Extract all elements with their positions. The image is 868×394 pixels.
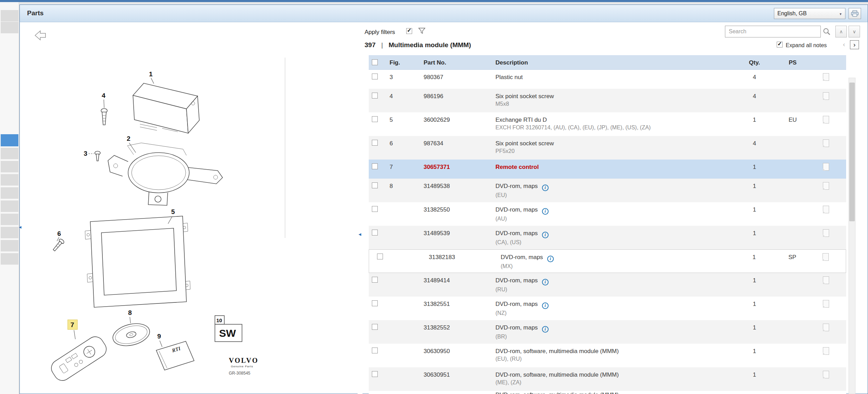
info-icon[interactable]: i [547, 256, 554, 262]
ps-cell [768, 202, 817, 226]
panel-splitter[interactable] [358, 22, 362, 394]
ps-cell [768, 344, 817, 367]
info-icon[interactable]: i [542, 302, 549, 309]
next-group-button[interactable]: › [850, 40, 859, 49]
info-icon[interactable]: i [542, 185, 549, 191]
rail-item[interactable] [1, 253, 18, 265]
rail-item[interactable] [1, 148, 18, 159]
rail-item[interactable] [1, 10, 18, 22]
apply-filters-checkbox[interactable]: ✓ [406, 28, 412, 34]
row-checkbox[interactable] [372, 116, 378, 122]
window-edge-collapse-icon[interactable]: ◄ [18, 225, 23, 230]
part-number: 30630950 [419, 344, 491, 367]
volvo-logo: VOLVO Genuine Parts GR-308545 [229, 357, 259, 376]
row-checkbox[interactable] [372, 348, 378, 353]
fig-cell [390, 250, 425, 273]
table-row: 536002629Exchange RTI du DEXCH FOR 31260… [369, 112, 846, 136]
note-icon[interactable] [823, 116, 829, 123]
description-qualifier: (RU) [495, 286, 737, 293]
description: DVD-rom, mapsi [495, 183, 737, 191]
description-qualifier: EXCH FOR 31260714, (AU), (CA), (EU), (JP… [495, 125, 737, 131]
part-number: 31489539 [419, 226, 491, 249]
chevron-down-icon: ▾ [837, 8, 844, 19]
search-next-match-button[interactable]: ∨ [849, 26, 860, 37]
ps-cell [768, 297, 817, 320]
search-icon[interactable] [823, 27, 832, 36]
callout-10: 10 [216, 317, 222, 323]
description-qualifier: (EU), (RU) [495, 356, 737, 362]
rail-item[interactable] [1, 22, 18, 33]
row-checkbox[interactable] [372, 93, 378, 98]
row-checkbox[interactable] [372, 324, 378, 330]
note-icon[interactable] [823, 163, 829, 171]
search-input[interactable] [725, 26, 821, 37]
row-checkbox[interactable] [372, 300, 378, 306]
filter-icon[interactable] [418, 28, 425, 36]
table-row: 30630950DVD-rom, software, multimedia mo… [369, 344, 846, 367]
row-checkbox[interactable] [372, 230, 378, 235]
fig-cell: 4 [385, 89, 419, 112]
description: DVD-rom, mapsi [495, 206, 737, 215]
back-icon[interactable] [35, 31, 45, 40]
note-icon[interactable] [823, 139, 829, 147]
language-value: English, GB [777, 10, 807, 17]
rail-item[interactable] [1, 200, 18, 212]
info-icon[interactable]: i [542, 326, 549, 333]
callout-4: 4 [102, 92, 106, 99]
note-icon[interactable] [823, 182, 829, 190]
description: DVD-rom, mapsi [501, 254, 737, 262]
note-icon[interactable] [823, 73, 829, 81]
splitter-collapse-icon[interactable]: ◄ [357, 232, 362, 237]
part-2-bracket [108, 143, 223, 205]
row-checkbox[interactable] [377, 254, 383, 259]
fig-cell: 6 [385, 136, 419, 160]
note-icon[interactable] [823, 300, 829, 308]
scrollbar-thumb[interactable] [849, 83, 855, 221]
row-checkbox[interactable] [372, 74, 378, 79]
note-icon[interactable] [823, 371, 829, 378]
part-number: 986196 [419, 89, 491, 112]
note-icon[interactable] [823, 324, 829, 331]
callout-3: 3 [84, 150, 87, 157]
expand-all-notes-checkbox[interactable]: ✓ [777, 42, 783, 48]
header-desc: Description [491, 55, 741, 69]
ps-cell [768, 70, 817, 89]
note-icon[interactable] [823, 229, 829, 237]
row-checkbox[interactable] [372, 206, 378, 212]
note-icon[interactable] [823, 253, 829, 261]
page-title: Parts [27, 9, 44, 17]
header-part: Part No. [419, 55, 491, 69]
rail-item[interactable] [1, 161, 18, 172]
description: DVD-rom, software, multimedia module (MM… [495, 348, 737, 355]
rail-item[interactable] [1, 227, 18, 238]
note-icon[interactable] [823, 276, 829, 284]
previous-group-button[interactable]: ‹ [840, 40, 849, 49]
info-icon[interactable]: i [542, 232, 549, 238]
row-checkbox[interactable] [372, 182, 378, 188]
row-checkbox[interactable] [372, 140, 378, 146]
rail-item[interactable] [1, 240, 18, 251]
rail-item[interactable] [1, 214, 18, 225]
info-icon[interactable]: i [542, 279, 549, 285]
part-number: 987634 [419, 136, 491, 160]
rail-item-selected[interactable] [1, 134, 18, 146]
language-select[interactable]: English, GB ▾ [774, 8, 845, 19]
header-qty: Qty. [741, 55, 768, 69]
note-icon[interactable] [823, 92, 829, 100]
row-checkbox[interactable] [372, 371, 378, 377]
row-checkbox[interactable] [372, 277, 378, 283]
header-checkbox[interactable] [372, 59, 378, 65]
note-icon[interactable] [823, 347, 829, 355]
row-checkbox[interactable] [372, 163, 378, 169]
description-qualifier: PF5x20 [495, 148, 737, 154]
print-button[interactable] [849, 8, 861, 19]
qty-cell: 1 [741, 273, 768, 297]
rail-item[interactable] [1, 174, 18, 186]
section-separator: | [381, 41, 383, 49]
search-prev-match-button[interactable]: ∧ [835, 26, 847, 37]
expand-all-notes-label: Expand all notes [786, 42, 827, 49]
table-row: 31382551DVD-rom, mapsi(NZ)1 [369, 297, 846, 320]
note-icon[interactable] [823, 206, 829, 213]
info-icon[interactable]: i [542, 208, 549, 215]
rail-item[interactable] [1, 187, 18, 199]
